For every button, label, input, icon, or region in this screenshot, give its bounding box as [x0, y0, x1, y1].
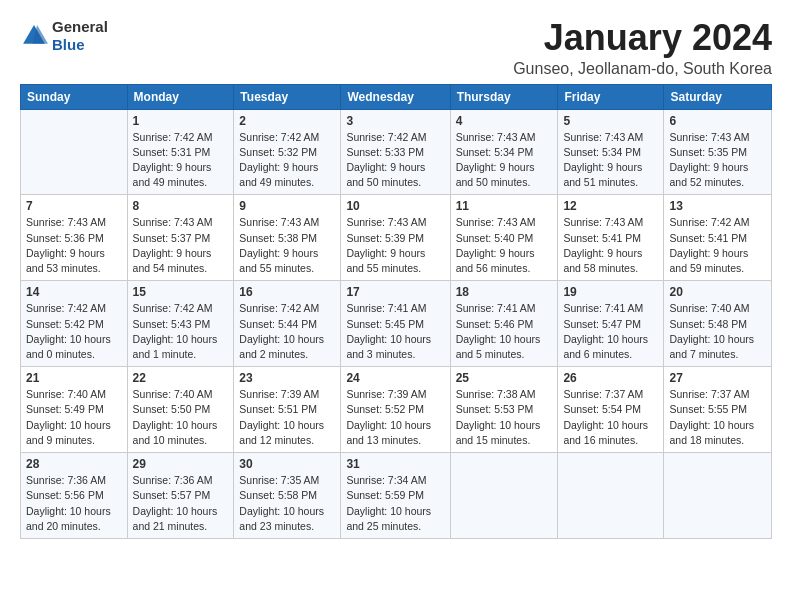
day-info: Sunrise: 7:37 AMSunset: 5:55 PMDaylight:…	[669, 387, 766, 448]
logo: General Blue	[20, 18, 108, 54]
logo-blue-text: Blue	[52, 36, 85, 53]
day-number: 25	[456, 371, 553, 385]
calendar-cell: 19Sunrise: 7:41 AMSunset: 5:47 PMDayligh…	[558, 281, 664, 367]
day-info: Sunrise: 7:42 AMSunset: 5:32 PMDaylight:…	[239, 130, 335, 191]
day-number: 7	[26, 199, 122, 213]
calendar-cell: 8Sunrise: 7:43 AMSunset: 5:37 PMDaylight…	[127, 195, 234, 281]
day-number: 1	[133, 114, 229, 128]
calendar-cell: 27Sunrise: 7:37 AMSunset: 5:55 PMDayligh…	[664, 367, 772, 453]
day-number: 27	[669, 371, 766, 385]
calendar-cell: 3Sunrise: 7:42 AMSunset: 5:33 PMDaylight…	[341, 109, 450, 195]
day-number: 28	[26, 457, 122, 471]
day-info: Sunrise: 7:42 AMSunset: 5:41 PMDaylight:…	[669, 215, 766, 276]
week-row-1: 7Sunrise: 7:43 AMSunset: 5:36 PMDaylight…	[21, 195, 772, 281]
calendar-table: SundayMondayTuesdayWednesdayThursdayFrid…	[20, 84, 772, 539]
day-info: Sunrise: 7:38 AMSunset: 5:53 PMDaylight:…	[456, 387, 553, 448]
day-header-tuesday: Tuesday	[234, 84, 341, 109]
calendar-cell: 6Sunrise: 7:43 AMSunset: 5:35 PMDaylight…	[664, 109, 772, 195]
calendar-cell: 30Sunrise: 7:35 AMSunset: 5:58 PMDayligh…	[234, 453, 341, 539]
day-number: 23	[239, 371, 335, 385]
day-header-thursday: Thursday	[450, 84, 558, 109]
day-info: Sunrise: 7:42 AMSunset: 5:33 PMDaylight:…	[346, 130, 444, 191]
calendar-cell: 31Sunrise: 7:34 AMSunset: 5:59 PMDayligh…	[341, 453, 450, 539]
day-info: Sunrise: 7:40 AMSunset: 5:50 PMDaylight:…	[133, 387, 229, 448]
day-number: 3	[346, 114, 444, 128]
calendar-cell: 4Sunrise: 7:43 AMSunset: 5:34 PMDaylight…	[450, 109, 558, 195]
day-number: 30	[239, 457, 335, 471]
calendar-cell: 20Sunrise: 7:40 AMSunset: 5:48 PMDayligh…	[664, 281, 772, 367]
day-number: 24	[346, 371, 444, 385]
page: General Blue January 2024 Gunseo, Jeolla…	[0, 0, 792, 612]
week-row-3: 21Sunrise: 7:40 AMSunset: 5:49 PMDayligh…	[21, 367, 772, 453]
days-header-row: SundayMondayTuesdayWednesdayThursdayFrid…	[21, 84, 772, 109]
day-info: Sunrise: 7:40 AMSunset: 5:48 PMDaylight:…	[669, 301, 766, 362]
day-info: Sunrise: 7:41 AMSunset: 5:45 PMDaylight:…	[346, 301, 444, 362]
calendar-subtitle: Gunseo, Jeollanam-do, South Korea	[513, 60, 772, 78]
day-number: 15	[133, 285, 229, 299]
day-info: Sunrise: 7:43 AMSunset: 5:38 PMDaylight:…	[239, 215, 335, 276]
calendar-cell	[450, 453, 558, 539]
day-number: 5	[563, 114, 658, 128]
day-number: 4	[456, 114, 553, 128]
day-info: Sunrise: 7:39 AMSunset: 5:52 PMDaylight:…	[346, 387, 444, 448]
header: General Blue January 2024 Gunseo, Jeolla…	[20, 18, 772, 78]
day-number: 2	[239, 114, 335, 128]
day-number: 17	[346, 285, 444, 299]
day-header-saturday: Saturday	[664, 84, 772, 109]
logo-icon	[20, 22, 48, 50]
day-number: 6	[669, 114, 766, 128]
day-number: 20	[669, 285, 766, 299]
calendar-cell: 7Sunrise: 7:43 AMSunset: 5:36 PMDaylight…	[21, 195, 128, 281]
calendar-cell: 9Sunrise: 7:43 AMSunset: 5:38 PMDaylight…	[234, 195, 341, 281]
day-info: Sunrise: 7:36 AMSunset: 5:56 PMDaylight:…	[26, 473, 122, 534]
calendar-cell: 23Sunrise: 7:39 AMSunset: 5:51 PMDayligh…	[234, 367, 341, 453]
day-number: 31	[346, 457, 444, 471]
day-header-wednesday: Wednesday	[341, 84, 450, 109]
day-info: Sunrise: 7:42 AMSunset: 5:43 PMDaylight:…	[133, 301, 229, 362]
day-number: 22	[133, 371, 229, 385]
calendar-cell: 17Sunrise: 7:41 AMSunset: 5:45 PMDayligh…	[341, 281, 450, 367]
calendar-cell: 14Sunrise: 7:42 AMSunset: 5:42 PMDayligh…	[21, 281, 128, 367]
day-number: 18	[456, 285, 553, 299]
calendar-cell: 25Sunrise: 7:38 AMSunset: 5:53 PMDayligh…	[450, 367, 558, 453]
day-header-sunday: Sunday	[21, 84, 128, 109]
calendar-cell: 13Sunrise: 7:42 AMSunset: 5:41 PMDayligh…	[664, 195, 772, 281]
day-info: Sunrise: 7:37 AMSunset: 5:54 PMDaylight:…	[563, 387, 658, 448]
calendar-cell: 16Sunrise: 7:42 AMSunset: 5:44 PMDayligh…	[234, 281, 341, 367]
day-number: 11	[456, 199, 553, 213]
day-number: 8	[133, 199, 229, 213]
calendar-cell: 5Sunrise: 7:43 AMSunset: 5:34 PMDaylight…	[558, 109, 664, 195]
day-info: Sunrise: 7:36 AMSunset: 5:57 PMDaylight:…	[133, 473, 229, 534]
day-number: 14	[26, 285, 122, 299]
day-number: 29	[133, 457, 229, 471]
calendar-title: January 2024	[513, 18, 772, 58]
calendar-cell	[21, 109, 128, 195]
calendar-cell: 24Sunrise: 7:39 AMSunset: 5:52 PMDayligh…	[341, 367, 450, 453]
day-info: Sunrise: 7:41 AMSunset: 5:47 PMDaylight:…	[563, 301, 658, 362]
calendar-cell	[664, 453, 772, 539]
week-row-0: 1Sunrise: 7:42 AMSunset: 5:31 PMDaylight…	[21, 109, 772, 195]
day-number: 16	[239, 285, 335, 299]
calendar-cell: 22Sunrise: 7:40 AMSunset: 5:50 PMDayligh…	[127, 367, 234, 453]
logo-general-text: General	[52, 18, 108, 35]
calendar-cell: 18Sunrise: 7:41 AMSunset: 5:46 PMDayligh…	[450, 281, 558, 367]
calendar-cell: 11Sunrise: 7:43 AMSunset: 5:40 PMDayligh…	[450, 195, 558, 281]
day-header-monday: Monday	[127, 84, 234, 109]
calendar-cell: 21Sunrise: 7:40 AMSunset: 5:49 PMDayligh…	[21, 367, 128, 453]
day-number: 10	[346, 199, 444, 213]
calendar-cell: 29Sunrise: 7:36 AMSunset: 5:57 PMDayligh…	[127, 453, 234, 539]
title-block: January 2024 Gunseo, Jeollanam-do, South…	[513, 18, 772, 78]
day-info: Sunrise: 7:43 AMSunset: 5:35 PMDaylight:…	[669, 130, 766, 191]
week-row-2: 14Sunrise: 7:42 AMSunset: 5:42 PMDayligh…	[21, 281, 772, 367]
day-number: 9	[239, 199, 335, 213]
day-info: Sunrise: 7:43 AMSunset: 5:34 PMDaylight:…	[456, 130, 553, 191]
calendar-cell: 1Sunrise: 7:42 AMSunset: 5:31 PMDaylight…	[127, 109, 234, 195]
day-number: 26	[563, 371, 658, 385]
calendar-cell: 26Sunrise: 7:37 AMSunset: 5:54 PMDayligh…	[558, 367, 664, 453]
day-info: Sunrise: 7:42 AMSunset: 5:42 PMDaylight:…	[26, 301, 122, 362]
calendar-cell: 28Sunrise: 7:36 AMSunset: 5:56 PMDayligh…	[21, 453, 128, 539]
day-number: 12	[563, 199, 658, 213]
day-number: 19	[563, 285, 658, 299]
day-info: Sunrise: 7:40 AMSunset: 5:49 PMDaylight:…	[26, 387, 122, 448]
calendar-cell: 10Sunrise: 7:43 AMSunset: 5:39 PMDayligh…	[341, 195, 450, 281]
